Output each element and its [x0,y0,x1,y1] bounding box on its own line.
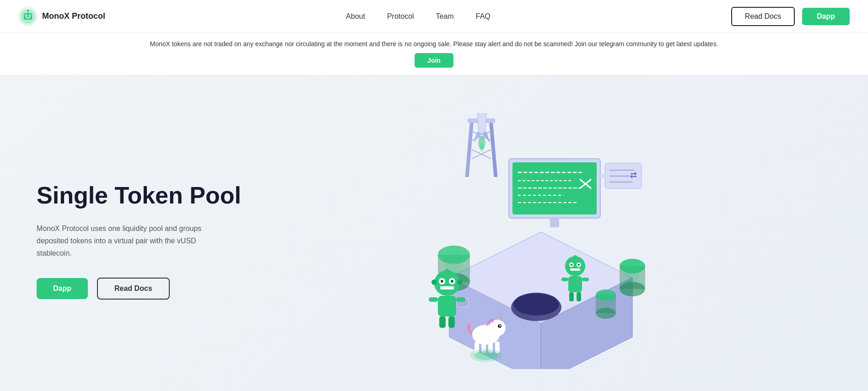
join-button[interactable]: Join [415,53,453,68]
nav-about[interactable]: About [346,12,365,21]
svg-rect-59 [561,278,568,281]
brand-logo-icon [18,7,38,26]
svg-text:⇄: ⇄ [630,171,637,180]
svg-point-90 [474,351,497,360]
hero-content: Single Token Pool MonoX Protocol uses on… [37,182,241,300]
svg-rect-62 [577,292,581,301]
svg-rect-57 [574,257,576,262]
alert-banner: MonoX tokens are not traded on any excha… [0,33,868,75]
brand-name: MonoX Protocol [42,11,105,21]
brand: MonoX Protocol [18,7,105,26]
hero-dapp-button[interactable]: Dapp [37,278,88,299]
svg-point-81 [489,320,506,336]
svg-rect-68 [440,286,454,289]
hero-buttons: Dapp Read Docs [37,278,241,300]
svg-rect-79 [448,316,455,328]
svg-point-71 [431,279,437,285]
alert-message: MonoX tokens are not traded on any excha… [18,40,850,48]
svg-point-100 [596,308,616,319]
svg-rect-23 [550,218,559,227]
nav-actions: Read Docs Dapp [731,7,850,26]
svg-point-54 [578,264,580,266]
navbar: MonoX Protocol About Protocol Team FAQ R… [0,0,868,33]
hero-read-docs-button[interactable]: Read Docs [97,278,170,300]
svg-point-67 [451,280,453,283]
hero-illustration: ⇄ [241,113,831,369]
svg-rect-61 [569,292,574,301]
svg-rect-73 [438,296,456,316]
hero-title: Single Token Pool [37,182,241,209]
svg-point-92 [513,293,559,316]
svg-rect-55 [570,268,580,271]
svg-rect-78 [439,316,446,328]
svg-rect-58 [568,276,582,292]
nav-protocol[interactable]: Protocol [387,12,414,21]
svg-point-44 [480,143,484,152]
svg-point-6 [29,15,30,16]
hero-description: MonoX Protocol uses one liquidity pool a… [37,222,229,260]
hero-section: Single Token Pool MonoX Protocol uses on… [0,75,868,391]
svg-rect-76 [429,297,438,302]
svg-point-97 [625,262,639,284]
svg-rect-77 [456,297,465,302]
svg-point-5 [26,15,27,16]
svg-point-101 [596,289,616,300]
svg-rect-2 [24,13,32,20]
nav-faq[interactable]: FAQ [476,12,491,21]
isometric-scene-icon: ⇄ [404,113,669,369]
svg-point-66 [441,280,443,283]
svg-point-9 [27,10,29,11]
nav-team[interactable]: Team [436,12,454,21]
svg-point-72 [457,279,463,285]
read-docs-button[interactable]: Read Docs [731,7,795,26]
nav-links: About Protocol Team FAQ [346,12,491,21]
dapp-button[interactable]: Dapp [802,8,850,25]
svg-rect-7 [26,17,30,18]
svg-point-84 [499,325,501,326]
svg-rect-60 [582,278,589,281]
svg-rect-70 [446,271,448,278]
svg-point-53 [571,264,572,266]
